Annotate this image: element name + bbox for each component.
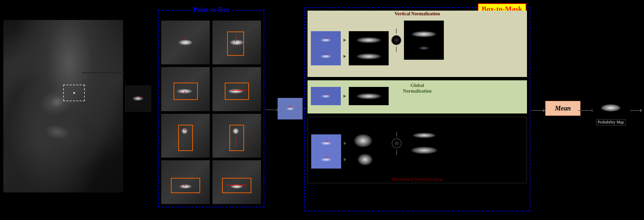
hn-vconn-2 (396, 150, 397, 155)
ptb-blob-2-2 (212, 67, 261, 111)
selection-dashed-box (63, 85, 85, 101)
blob-red-dot (137, 96, 139, 97)
vn-row-2 (311, 47, 389, 65)
probability-map-section: Probability Map (592, 98, 629, 125)
vn-input-1 (311, 31, 341, 49)
hn-input-dot-1 (325, 141, 327, 142)
gn-output (349, 87, 389, 105)
selection-center-dot (73, 92, 75, 94)
horiz-norm-label: Horizontal Normalization (392, 177, 443, 182)
mean-box: Mean (545, 101, 580, 116)
ptb-red-hline-4 (227, 185, 246, 185)
arrow-mean-to-prob (579, 109, 594, 112)
hn-comb-blob-1 (413, 133, 436, 138)
arr-line-1 (265, 110, 277, 110)
ptb-cell-1-1 (161, 21, 210, 64)
intermediate-dot (290, 106, 291, 107)
vn-arr-1 (343, 38, 346, 42)
btm-mean-arr-line (531, 110, 543, 111)
small-blob-panel (125, 85, 151, 112)
ptb-red-dot-4 (184, 185, 186, 186)
ptb-title: Point-to-Box (191, 6, 232, 14)
ptb-blob-3-1 (161, 114, 210, 158)
vn-comb-blob-1 (412, 31, 437, 37)
hn-input-blob-2 (321, 158, 332, 162)
ptb-orange-box-2b (225, 83, 249, 100)
ptb-orange-box-3b (229, 125, 244, 151)
ptb-red-vline-1 (235, 34, 236, 42)
vn-vconn-2 (396, 47, 397, 52)
gaussian-blob-1 (178, 39, 193, 45)
vn-output-blob-1 (356, 37, 381, 43)
hn-output-blob-2 (358, 154, 373, 165)
hn-input-blob-1 (321, 141, 332, 145)
hn-output-blob-1 (354, 134, 372, 147)
ptb-orange-box-3 (178, 125, 193, 151)
original-image (3, 20, 123, 192)
ptb-red-dot-2 (184, 91, 186, 93)
probability-map-label: Probability Map (596, 119, 625, 125)
hn-output-2 (349, 150, 389, 169)
ptb-cell-4-2 (212, 160, 261, 204)
hn-vconn-1 (396, 132, 397, 137)
gn-arr (343, 95, 346, 98)
vert-norm-label: Vertical Normalization (395, 11, 440, 17)
probability-map-image (592, 98, 629, 118)
hn-input-1 (311, 134, 341, 153)
global-norm-label: GlobalNormalization (403, 83, 432, 94)
hn-input-2 (311, 150, 341, 169)
gn-input (311, 87, 341, 105)
ptb-blob-2-1 (161, 67, 210, 111)
vn-output-1 (349, 31, 389, 49)
ptb-red-dot-1 (185, 37, 186, 38)
arrow-btm-to-mean (531, 109, 546, 112)
btm-section: Box-to-Mask Vertical Normalization ⊕ (304, 7, 530, 211)
vn-comb-blob-2 (418, 46, 430, 50)
vn-input-blob-2 (320, 54, 332, 58)
ptb-blob-4-2 (212, 160, 261, 204)
ptb-cell-3-1 (161, 114, 210, 158)
ptb-blob-4-1 (161, 160, 210, 204)
vn-vconn-1 (396, 29, 397, 34)
plus-symbol-2: ⊕ (392, 138, 402, 148)
hn-row-2 (311, 150, 389, 169)
gn-output-blob (356, 93, 381, 99)
pseudo-mask-section: Pseudo Mask (642, 99, 644, 126)
ptb-cell-2-1 (161, 67, 210, 111)
ptb-cell-3-2 (212, 114, 261, 158)
ptb-blob-1-1 (161, 21, 210, 64)
vn-output-blob-2 (356, 53, 381, 59)
ptb-red-hline-2 (232, 90, 246, 91)
main-layout: Point-to-Box (0, 0, 644, 220)
vn-plus-connector: ⊕ (391, 29, 401, 52)
ptb-section: Point-to-Box (158, 10, 264, 207)
vn-arr-2 (343, 55, 346, 58)
vn-input-dot-1 (325, 37, 326, 39)
plus-symbol-1: ⊕ (391, 35, 401, 45)
prob-pseudo-arr-line (630, 110, 640, 111)
ptb-cell-2-2 (212, 67, 261, 111)
vn-output-2 (349, 47, 389, 65)
arrow-prob-to-pseudo (630, 109, 643, 112)
hn-combined-output (404, 124, 444, 163)
ptb-red-dot-3 (184, 129, 186, 131)
mean-prob-arr-line (579, 110, 592, 111)
horiz-norm-area: Horizontal Normalization ⊕ (308, 117, 527, 183)
vertical-norm-area: Vertical Normalization ⊕ (308, 11, 527, 77)
connect-line-1 (81, 72, 125, 73)
hn-arr-2 (344, 158, 346, 161)
prob-map-blob (601, 104, 621, 111)
ptb-orange-box-4 (171, 178, 200, 193)
vn-input-blob-1 (320, 38, 332, 42)
gn-row (311, 87, 389, 105)
ptb-orange-box-2 (174, 83, 198, 100)
hn-output-1 (349, 134, 389, 153)
vn-combined-output (404, 21, 444, 60)
pseudo-mask-image (642, 99, 644, 119)
mean-label: Mean (545, 101, 580, 116)
arrow-ptb-to-blob2 (265, 108, 279, 111)
ptb-cell-4-1 (161, 160, 210, 204)
global-norm-area: GlobalNormalization (308, 80, 527, 113)
ptb-red-vline-3 (235, 138, 236, 146)
vn-input-2 (311, 47, 341, 65)
